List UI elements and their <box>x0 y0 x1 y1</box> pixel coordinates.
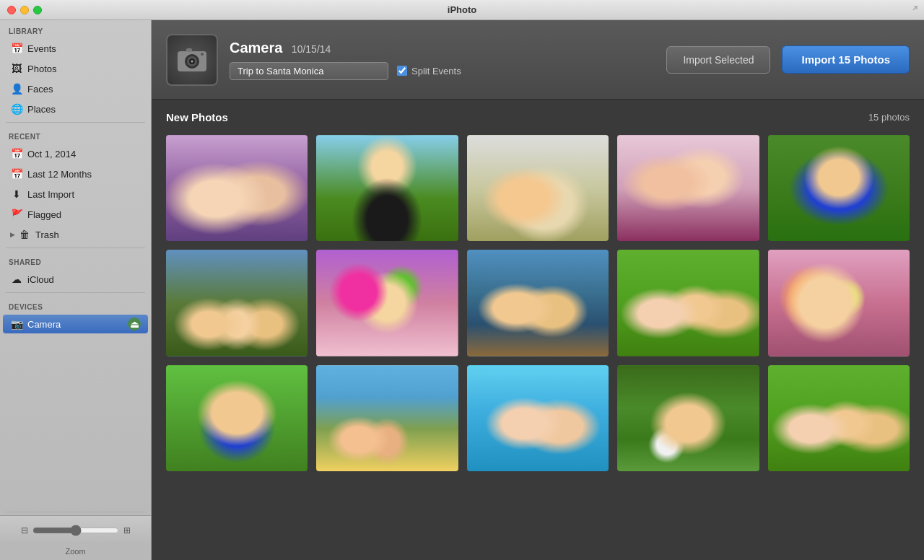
camera-sidebar-icon: 📷 <box>10 318 23 331</box>
sidebar-divider-1 <box>6 122 145 123</box>
split-events-label: Split Events <box>411 66 461 76</box>
photo-count: 15 photos <box>868 112 910 123</box>
traffic-lights <box>7 6 42 14</box>
event-name-input[interactable] <box>230 62 388 80</box>
photo-bg-12 <box>316 365 458 471</box>
photo-thumb-11[interactable] <box>166 365 308 471</box>
camera-eject-icon[interactable]: ⏏ <box>128 318 141 331</box>
zoom-out-icon: ⊟ <box>21 525 28 535</box>
photo-bg-6 <box>166 250 308 356</box>
photo-bg-4 <box>617 135 759 241</box>
photo-bg-1 <box>166 135 308 241</box>
photo-thumb-13[interactable] <box>467 365 609 471</box>
sidebar-item-events[interactable]: 📅 Events <box>3 39 148 58</box>
camera-name: Camera <box>230 40 282 56</box>
photo-thumb-1[interactable] <box>166 135 308 241</box>
import-selected-button[interactable]: Import Selected <box>666 46 770 74</box>
sidebar-divider-3 <box>6 292 145 293</box>
photo-thumb-2[interactable] <box>316 135 458 241</box>
events-icon: 📅 <box>10 42 23 55</box>
photo-thumb-10[interactable] <box>768 250 910 356</box>
photo-bg-9 <box>617 250 759 356</box>
photo-thumb-5[interactable] <box>768 135 910 241</box>
photo-bg-2 <box>316 135 458 241</box>
photo-bg-14 <box>617 365 759 471</box>
zoom-bar: ⊟ ⊞ <box>0 515 151 544</box>
lastimport-icon: ⬇ <box>10 188 23 201</box>
sidebar-item-faces[interactable]: 👤 Faces <box>3 79 148 98</box>
camera-date: 10/15/14 <box>292 43 331 55</box>
photo-thumb-3[interactable] <box>467 135 609 241</box>
svg-point-6 <box>201 53 204 56</box>
sidebar-item-photos[interactable]: 🖼 Photos <box>3 59 148 78</box>
sidebar-item-places[interactable]: 🌐 Places <box>3 100 148 118</box>
sidebar-item-icloud[interactable]: ☁ iCloud <box>3 270 148 289</box>
window-resize-icon[interactable] <box>908 5 918 15</box>
sidebar-item-photos-label: Photos <box>27 64 56 74</box>
camera-info: Camera 10/15/14 Split Events <box>230 40 461 80</box>
photo-grid-wrapper: New Photos 15 photos <box>152 100 924 560</box>
sidebar-item-oct2014-label: Oct 1, 2014 <box>27 149 76 159</box>
sidebar-item-trash-label: Trash <box>35 229 59 240</box>
new-photos-label: New Photos <box>166 111 228 123</box>
last12months-icon: 📅 <box>10 167 23 180</box>
sidebar-item-icloud-label: iCloud <box>27 274 54 285</box>
photo-bg-15 <box>768 365 910 471</box>
photo-bg-10 <box>768 250 910 356</box>
sidebar-item-lastimport[interactable]: ⬇ Last Import <box>3 185 148 204</box>
sidebar-item-faces-label: Faces <box>27 84 53 95</box>
photo-bg-8 <box>467 250 609 356</box>
sidebar-item-last12months[interactable]: 📅 Last 12 Months <box>3 165 148 183</box>
sidebar-item-events-label: Events <box>27 43 56 54</box>
sidebar-item-trash[interactable]: ▶ 🗑 Trash <box>3 225 148 244</box>
devices-section-label: DEVICES <box>0 296 151 314</box>
zoom-in-icon: ⊞ <box>123 525 131 535</box>
svg-rect-5 <box>186 48 192 52</box>
close-button[interactable] <box>7 6 16 14</box>
photos-icon: 🖼 <box>10 62 23 75</box>
photo-thumb-9[interactable] <box>617 250 759 356</box>
photo-bg-13 <box>467 365 609 471</box>
titlebar: iPhoto <box>0 0 924 20</box>
photo-grid <box>166 135 910 471</box>
sidebar-divider-2 <box>6 248 145 248</box>
import-all-button[interactable]: Import 15 Photos <box>782 45 910 74</box>
import-toolbar: Camera 10/15/14 Split Events Import Sele… <box>152 20 924 100</box>
shared-section-label: SHARED <box>0 251 151 269</box>
photo-thumb-7[interactable] <box>316 250 458 356</box>
split-events-checkbox[interactable] <box>397 66 407 76</box>
photo-thumb-14[interactable] <box>617 365 759 471</box>
sidebar: LIBRARY 📅 Events 🖼 Photos 👤 Faces 🌐 Plac… <box>0 20 152 560</box>
sidebar-item-flagged[interactable]: 🚩 Flagged <box>3 205 148 224</box>
camera-device-icon <box>175 43 209 77</box>
photo-thumb-8[interactable] <box>467 250 609 356</box>
minimize-button[interactable] <box>20 6 29 14</box>
photo-bg-3 <box>467 135 609 241</box>
trash-arrow-icon: ▶ <box>10 231 15 238</box>
sidebar-item-oct2014[interactable]: 📅 Oct 1, 2014 <box>3 144 148 163</box>
photo-thumb-15[interactable] <box>768 365 910 471</box>
split-events-toggle[interactable]: Split Events <box>397 66 461 76</box>
photo-thumb-6[interactable] <box>166 250 308 356</box>
sidebar-item-camera[interactable]: 📷 Camera ⏏ <box>3 315 148 333</box>
photo-thumb-12[interactable] <box>316 365 458 471</box>
places-icon: 🌐 <box>10 102 23 115</box>
sidebar-divider-bottom <box>6 512 145 512</box>
trash-icon: 🗑 <box>18 228 31 241</box>
sidebar-item-places-label: Places <box>27 104 56 115</box>
photo-bg-5 <box>768 135 910 241</box>
sidebar-item-lastimport-label: Last Import <box>27 189 74 200</box>
icloud-icon: ☁ <box>10 273 23 286</box>
photo-thumb-4[interactable] <box>617 135 759 241</box>
content-area: Camera 10/15/14 Split Events Import Sele… <box>152 20 924 560</box>
zoom-label: Zoom <box>65 547 85 556</box>
faces-icon: 👤 <box>10 82 23 95</box>
maximize-button[interactable] <box>33 6 42 14</box>
recent-section-label: RECENT <box>0 126 151 144</box>
zoom-slider[interactable] <box>32 525 119 536</box>
sidebar-item-camera-label: Camera <box>27 319 61 330</box>
photo-bg-11 <box>166 365 308 471</box>
oct2014-icon: 📅 <box>10 147 23 160</box>
flagged-icon: 🚩 <box>10 208 23 221</box>
photo-grid-header: New Photos 15 photos <box>166 111 910 123</box>
